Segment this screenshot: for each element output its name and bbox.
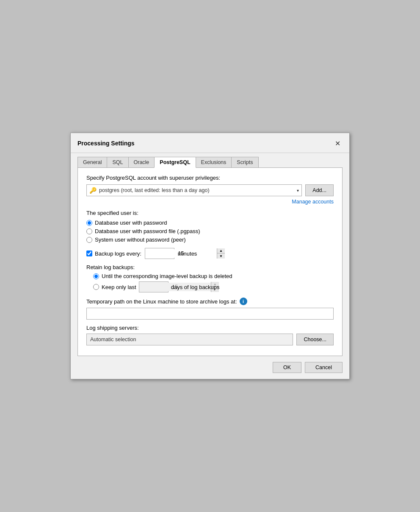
radio-label-db-password[interactable]: Database user with password	[95, 220, 167, 226]
retain-radio-item-until-deleted: Until the corresponding image-level back…	[93, 273, 334, 279]
tab-scripts[interactable]: Scripts	[231, 157, 258, 168]
tab-oracle[interactable]: Oracle	[128, 157, 155, 168]
tab-general[interactable]: General	[77, 157, 107, 168]
account-dropdown[interactable]: 🔑 postgres (root, last edited: less than…	[86, 184, 302, 196]
add-button[interactable]: Add...	[305, 184, 334, 196]
account-row: 🔑 postgres (root, last edited: less than…	[86, 184, 334, 196]
radio-keep-last[interactable]	[93, 284, 99, 290]
spinner-up-button[interactable]: ▲	[217, 248, 225, 253]
key-icon: 🔑	[89, 187, 97, 194]
backup-logs-label[interactable]: Backup logs every:	[95, 250, 141, 257]
radio-system-peer[interactable]	[86, 237, 92, 243]
cancel-button[interactable]: Cancel	[305, 362, 343, 373]
tab-bar: General SQL Oracle PostgreSQL Exclusions…	[71, 153, 349, 167]
close-button[interactable]: ✕	[332, 138, 343, 148]
radio-item-db-password: Database user with password	[86, 220, 334, 226]
specified-user-label: The specified user is:	[86, 210, 334, 216]
log-shipping-label: Log shipping servers:	[86, 325, 334, 331]
temp-path-label-text: Temporary path on the Linux machine to s…	[86, 298, 237, 305]
user-type-radio-group: Database user with password Database use…	[86, 220, 334, 243]
choose-button[interactable]: Choose...	[296, 334, 334, 345]
title-bar: Processing Settings ✕	[71, 133, 349, 153]
backup-logs-unit: minutes	[178, 250, 197, 257]
tab-exclusions[interactable]: Exclusions	[196, 157, 232, 168]
spinner-arrows: ▲ ▼	[217, 248, 225, 259]
account-dropdown-value: postgres (root, last edited: less than a…	[99, 187, 295, 193]
log-shipping-input[interactable]	[86, 334, 293, 345]
retain-radio-item-keep-last: Keep only last ▲ ▼ days of log backups	[93, 281, 334, 292]
info-icon[interactable]: i	[240, 298, 247, 305]
radio-item-system-peer: System user without password (peer)	[86, 237, 334, 243]
radio-label-keep-last[interactable]: Keep only last	[102, 284, 136, 290]
keep-last-unit: days of log backups	[171, 284, 220, 290]
log-shipping-section: Log shipping servers: Choose...	[86, 325, 334, 345]
chevron-down-icon: ▾	[297, 188, 299, 193]
log-shipping-row: Choose...	[86, 334, 334, 345]
ok-button[interactable]: OK	[273, 362, 301, 373]
radio-label-until-deleted[interactable]: Until the corresponding image-level back…	[102, 273, 232, 279]
tab-content: Specify PostgreSQL account with superuse…	[77, 167, 343, 356]
radio-db-password[interactable]	[86, 220, 92, 226]
radio-label-db-pgpass[interactable]: Database user with password file (.pgpas…	[95, 228, 200, 234]
spinner-down-button[interactable]: ▼	[217, 253, 225, 259]
retain-label: Retain log backups:	[86, 264, 334, 270]
radio-db-pgpass[interactable]	[86, 228, 92, 234]
radio-item-db-pgpass: Database user with password file (.pgpas…	[86, 228, 334, 234]
backup-logs-row: Backup logs every: ▲ ▼ minutes	[86, 248, 334, 259]
manage-accounts-link[interactable]: Manage accounts	[86, 199, 334, 205]
temp-path-label: Temporary path on the Linux machine to s…	[86, 298, 334, 305]
account-section-label: Specify PostgreSQL account with superuse…	[86, 175, 334, 181]
backup-logs-checkbox-item: Backup logs every:	[86, 250, 141, 257]
radio-until-deleted[interactable]	[93, 273, 99, 279]
temp-path-input[interactable]	[86, 308, 334, 320]
tab-sql[interactable]: SQL	[107, 157, 128, 168]
backup-logs-spinner: ▲ ▼	[145, 248, 174, 259]
processing-settings-dialog: Processing Settings ✕ General SQL Oracle…	[70, 133, 350, 379]
dialog-footer: OK Cancel	[71, 356, 349, 379]
retain-radio-group: Until the corresponding image-level back…	[86, 273, 334, 292]
dialog-title: Processing Settings	[77, 140, 135, 147]
retain-section: Retain log backups: Until the correspond…	[86, 264, 334, 292]
radio-label-system-peer[interactable]: System user without password (peer)	[95, 237, 186, 243]
backup-logs-checkbox[interactable]	[86, 250, 92, 256]
tab-postgresql[interactable]: PostgreSQL	[154, 157, 196, 168]
keep-last-spinner: ▲ ▼	[139, 281, 169, 292]
temp-path-section: Temporary path on the Linux machine to s…	[86, 298, 334, 320]
